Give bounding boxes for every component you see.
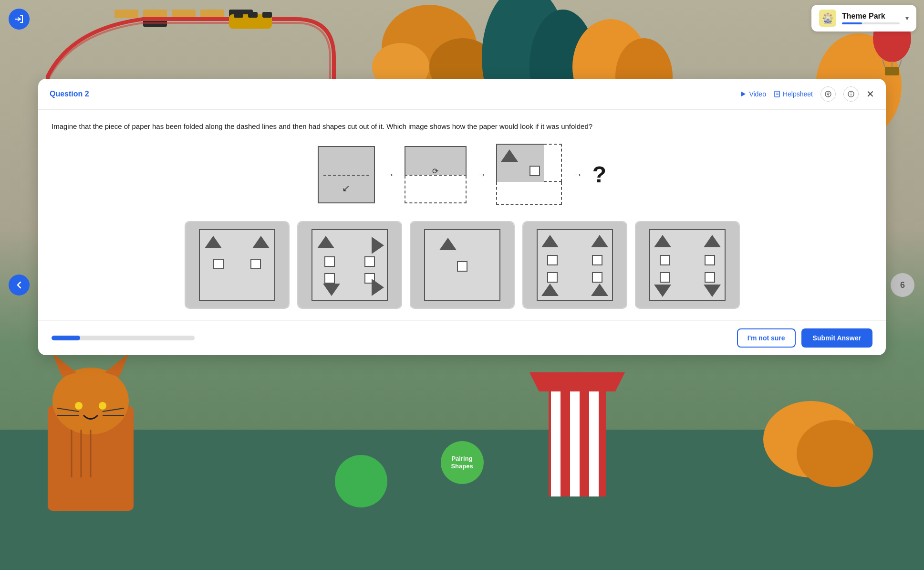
dashed-bottom: [496, 182, 562, 205]
tri-tr-e: [704, 235, 721, 247]
svg-line-19: [882, 60, 885, 67]
theme-park-header[interactable]: 🎡 Theme Park ▾: [811, 5, 916, 32]
tri-tl-b: [317, 236, 334, 248]
document-icon: [774, 91, 780, 97]
svg-point-28: [75, 402, 83, 410]
progress-bar-fill: [52, 336, 80, 340]
sq-1-e: [660, 255, 670, 265]
solid-half: ⟳: [405, 146, 467, 175]
seq-step-2: ⟳: [405, 146, 467, 203]
answer-inner-d: [537, 229, 613, 301]
svg-rect-39: [570, 391, 580, 496]
tri-br-b: [372, 279, 384, 296]
play-icon: [740, 91, 747, 97]
sq-3-e: [660, 272, 670, 283]
answer-content-c: [411, 222, 514, 308]
theme-progress-fill: [842, 22, 862, 24]
cut-triangle: [501, 149, 518, 162]
not-sure-button[interactable]: I'm not sure: [737, 328, 796, 348]
dashed-half: [405, 176, 467, 203]
exit-button[interactable]: [9, 9, 30, 30]
answer-option-a[interactable]: A: [185, 221, 290, 309]
fold-line: [323, 175, 369, 176]
svg-point-43: [797, 420, 873, 487]
question-mark: ?: [592, 161, 606, 188]
svg-point-10: [382, 5, 477, 91]
filter-button[interactable]: [820, 86, 836, 102]
svg-rect-1: [143, 10, 167, 18]
seq-step-3: [496, 144, 563, 206]
answer-inner-a: [199, 229, 275, 301]
answer-inner-e: [649, 229, 726, 301]
tri-tl-a: [205, 236, 222, 248]
svg-rect-6: [229, 14, 272, 29]
modal-footer: I'm not sure Submit Answer: [38, 320, 886, 355]
sq-3-b: [324, 273, 335, 284]
answer-option-c[interactable]: C: [410, 221, 515, 309]
arrow-2: →: [476, 169, 487, 181]
svg-point-56: [851, 92, 851, 93]
arrow-3: →: [572, 169, 583, 181]
svg-line-21: [899, 60, 902, 67]
submit-button[interactable]: Submit Answer: [801, 328, 872, 348]
answer-content-d: [523, 222, 626, 308]
solid-region: [496, 144, 544, 182]
answer-inner-b: [311, 229, 388, 301]
filter-icon: [824, 90, 832, 98]
sq-c: [457, 261, 467, 272]
theme-icon: 🎡: [819, 10, 836, 27]
svg-point-44: [335, 455, 387, 507]
svg-rect-0: [114, 10, 138, 18]
modal-body: Imagine that the piece of paper has been…: [38, 110, 886, 320]
tri-br-e: [704, 285, 721, 297]
modal-header: Question 2 Video Helpsheet: [38, 79, 886, 110]
back-button[interactable]: [9, 274, 30, 296]
answer-content-a: [186, 222, 289, 308]
tri-tr-a: [252, 236, 270, 248]
close-button[interactable]: ✕: [866, 88, 874, 100]
modal-actions: Video Helpsheet: [740, 86, 874, 102]
sq-3-d: [547, 272, 558, 283]
svg-marker-41: [529, 372, 625, 391]
helpsheet-link[interactable]: Helpsheet: [774, 90, 813, 98]
svg-marker-46: [741, 92, 746, 96]
answer-option-b[interactable]: B: [297, 221, 402, 309]
svg-rect-40: [589, 391, 599, 496]
svg-rect-3: [200, 10, 224, 18]
svg-point-29: [99, 402, 106, 410]
tri-tr-b: [372, 237, 384, 254]
svg-marker-27: [105, 353, 129, 377]
tri-tl-d: [541, 235, 559, 247]
dashed-right: [544, 144, 562, 182]
sq-mr-a: [250, 259, 261, 269]
folded-paper: ⟳: [405, 146, 467, 203]
svg-rect-22: [885, 67, 899, 75]
cut-paper: [496, 144, 563, 206]
chevron-down-icon: ▾: [905, 14, 909, 22]
sq-1-d: [547, 255, 558, 265]
svg-rect-47: [775, 91, 779, 97]
svg-rect-9: [262, 12, 272, 18]
svg-rect-24: [48, 406, 134, 511]
sq-ml-a: [213, 259, 224, 269]
arrow-1: →: [384, 169, 395, 181]
answer-content-b: [298, 222, 401, 308]
tri-bl-b: [323, 284, 340, 296]
svg-point-42: [763, 401, 859, 477]
theme-info: Theme Park: [842, 12, 900, 24]
seq-step-1: ↙: [318, 146, 375, 203]
svg-rect-38: [551, 391, 561, 496]
answer-option-e[interactable]: E: [635, 221, 740, 309]
original-paper: ↙: [318, 146, 375, 203]
progress-bar: [52, 336, 195, 340]
answer-option-d[interactable]: D: [522, 221, 627, 309]
footer-buttons: I'm not sure Submit Answer: [737, 328, 872, 348]
video-link[interactable]: Video: [740, 90, 766, 98]
answer-inner-c: [424, 229, 500, 301]
svg-rect-8: [248, 12, 258, 18]
info-button[interactable]: [843, 86, 859, 102]
svg-rect-7: [234, 12, 243, 18]
answer-options: A B: [52, 221, 872, 309]
tri-bl-d: [541, 284, 559, 296]
tri-tl-e: [654, 235, 671, 247]
